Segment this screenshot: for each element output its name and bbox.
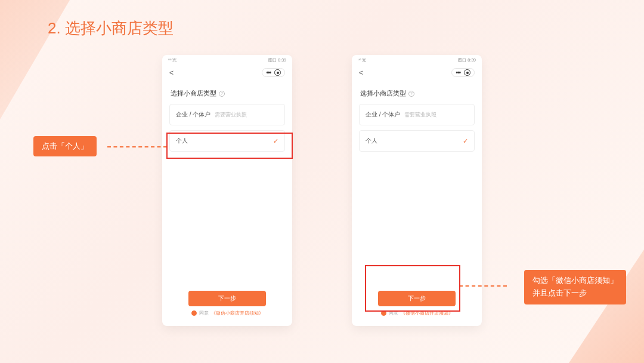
page-title: 2. 选择小商店类型 [48, 18, 174, 39]
option-enterprise[interactable]: 企业 / 个体户 需要营业执照 [359, 104, 475, 125]
callout-right-line1: 勾选「微信小商店须知」 [532, 276, 618, 285]
help-icon[interactable]: ? [408, 91, 414, 97]
status-right: 图口 8:39 [458, 57, 476, 63]
status-right: 图口 8:39 [268, 57, 286, 63]
option-personal[interactable]: 个人 ✓ [359, 130, 475, 152]
footer-area: 下一步 同意 《微信小商店开店须知》 [162, 291, 292, 326]
option-enterprise-label: 企业 / 个体户 [366, 111, 400, 118]
agree-prefix: 同意 [389, 310, 398, 316]
option-list: 企业 / 个体户 需要营业执照 个人 ✓ [352, 101, 482, 152]
agree-checkbox[interactable] [191, 310, 197, 316]
section-title-text: 选择小商店类型 [171, 89, 216, 98]
section-title: 选择小商店类型 ? [162, 79, 292, 101]
more-icon[interactable]: ••• [266, 69, 271, 76]
status-left: ᵘⁿ 完 [168, 57, 177, 63]
section-title: 选择小商店类型 ? [352, 79, 482, 101]
more-icon[interactable]: ••• [456, 69, 460, 76]
option-personal-label: 个人 [176, 137, 188, 145]
status-bar: ᵘⁿ 完 图口 8:39 [352, 55, 482, 64]
connector-right [459, 285, 507, 287]
agree-prefix: 同意 [199, 310, 209, 316]
help-icon[interactable]: ? [219, 91, 225, 97]
status-left: ᵘⁿ 完 [358, 57, 367, 63]
option-enterprise[interactable]: 企业 / 个体户 需要营业执照 [169, 104, 285, 125]
agree-checkbox[interactable] [381, 310, 386, 316]
option-personal[interactable]: 个人 ✓ [169, 130, 285, 152]
option-enterprise-sub: 需要营业执照 [404, 112, 436, 118]
connector-left [107, 146, 167, 147]
mp-capsule[interactable]: ••• [451, 68, 475, 77]
agree-line[interactable]: 同意 《微信小商店开店须知》 [191, 310, 264, 316]
check-icon: ✓ [463, 137, 468, 145]
agree-line[interactable]: 同意 《微信小商店开店须知》 [381, 310, 453, 316]
target-icon[interactable] [464, 69, 470, 76]
callout-right: 勾选「微信小商店须知」 并且点击下一步 [524, 270, 626, 304]
notice-link[interactable]: 《微信小商店开店须知》 [401, 310, 453, 316]
check-icon: ✓ [273, 137, 278, 145]
mp-capsule[interactable]: ••• [262, 68, 285, 77]
option-personal-label: 个人 [366, 137, 377, 145]
callout-left: 点击「个人」 [33, 136, 97, 156]
option-enterprise-sub: 需要营业执照 [215, 112, 247, 118]
nav-bar: < ••• [162, 64, 292, 79]
back-icon[interactable]: < [359, 69, 363, 77]
option-enterprise-label: 企业 / 个体户 [176, 111, 210, 118]
notice-link[interactable]: 《微信小商店开店须知》 [211, 310, 264, 316]
back-icon[interactable]: < [169, 69, 174, 77]
footer-area: 下一步 同意 《微信小商店开店须知》 [352, 291, 482, 326]
option-list: 企业 / 个体户 需要营业执照 个人 ✓ [162, 101, 292, 152]
nav-bar: < ••• [352, 64, 482, 79]
phone-mock-1: ᵘⁿ 完 图口 8:39 < ••• 选择小商店类型 ? 企业 / 个体户 需要… [162, 55, 292, 326]
target-icon[interactable] [274, 69, 281, 76]
status-bar: ᵘⁿ 完 图口 8:39 [162, 55, 292, 64]
next-button[interactable]: 下一步 [188, 291, 266, 306]
next-button[interactable]: 下一步 [378, 291, 456, 306]
section-title-text: 选择小商店类型 [360, 89, 406, 98]
callout-right-line2: 并且点击下一步 [532, 288, 587, 297]
